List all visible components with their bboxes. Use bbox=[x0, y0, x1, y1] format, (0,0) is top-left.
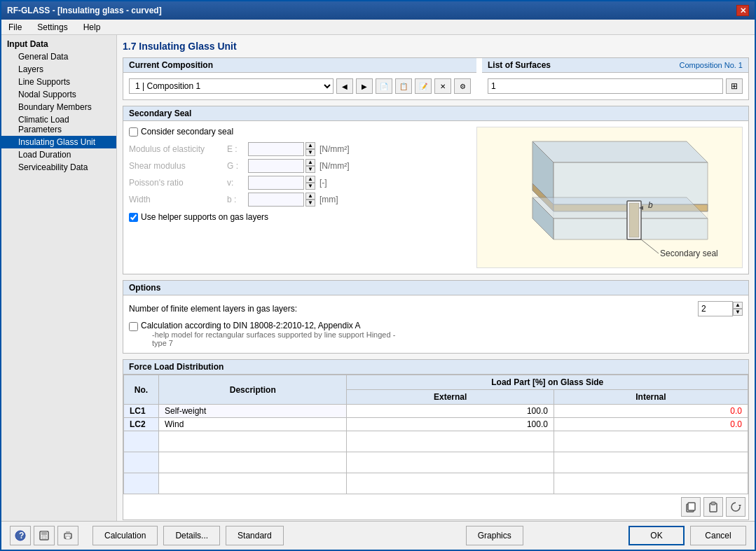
composition-select[interactable]: 1 | Composition 1 bbox=[129, 78, 334, 94]
width-down-btn[interactable]: ▼ bbox=[305, 200, 315, 207]
sidebar-item-boundary-members[interactable]: Boundary Members bbox=[1, 101, 116, 113]
svg-text:Secondary seal: Secondary seal bbox=[660, 249, 718, 258]
footer-right: OK Cancel bbox=[628, 526, 746, 545]
paste-icon bbox=[708, 501, 719, 512]
lc1-cell: LC1 bbox=[124, 405, 159, 418]
compose-delete-btn[interactable]: ✕ bbox=[434, 78, 451, 94]
shear-row: Shear modulus G : ▲ ▼ [N/mm²] bbox=[129, 159, 471, 173]
svg-marker-1 bbox=[532, 141, 708, 162]
cancel-button[interactable]: Cancel bbox=[690, 526, 746, 545]
compose-edit-btn[interactable]: 📝 bbox=[415, 78, 432, 94]
fe-layers-input[interactable] bbox=[698, 301, 733, 316]
width-symbol: b : bbox=[227, 195, 248, 204]
fe-down-btn[interactable]: ▼ bbox=[733, 309, 743, 316]
compose-new-btn[interactable]: 📄 bbox=[376, 78, 392, 94]
fe-up-btn[interactable]: ▲ bbox=[733, 302, 743, 309]
compose-prev-btn[interactable]: ◀ bbox=[336, 78, 353, 94]
table-icon-btn3[interactable] bbox=[726, 497, 745, 517]
calc-note-text: Calculation according to DIN 18008-2:201… bbox=[141, 321, 395, 347]
sidebar-item-general-data[interactable]: General Data bbox=[1, 50, 116, 63]
fe-layers-row: Number of finite element layers in gas l… bbox=[129, 301, 743, 316]
svg-rect-18 bbox=[688, 503, 695, 510]
col-internal: Internal bbox=[554, 390, 748, 405]
col-load-part: Load Part [%] on Glass Side bbox=[347, 375, 748, 390]
main-window: RF-GLASS - [Insulating glass - curved] ✕… bbox=[0, 0, 756, 551]
elasticity-input[interactable] bbox=[248, 142, 304, 156]
sidebar-item-insulating-glass[interactable]: Insulating Glass Unit bbox=[1, 136, 116, 148]
compose-table-btn[interactable]: ⚙ bbox=[454, 78, 471, 94]
menu-help[interactable]: Help bbox=[79, 21, 105, 34]
surfaces-row: ⊞ bbox=[488, 78, 743, 94]
secondary-seal-header: Secondary Seal bbox=[123, 106, 748, 121]
col-desc: Description bbox=[159, 375, 347, 405]
shear-input[interactable] bbox=[248, 159, 304, 173]
composition-row: 1 | Composition 1 ◀ ▶ 📄 📋 📝 ✕ ⚙ bbox=[129, 78, 471, 94]
sidebar-item-layers[interactable]: Layers bbox=[1, 63, 116, 76]
compose-copy-btn[interactable]: 📋 bbox=[395, 78, 412, 94]
shear-input-group: ▲ ▼ [N/mm²] bbox=[248, 159, 350, 173]
lc2-external: 100.0 bbox=[347, 418, 554, 431]
composition-body: 1 | Composition 1 ◀ ▶ 📄 📋 📝 ✕ ⚙ bbox=[123, 73, 476, 99]
footer-print-btn[interactable] bbox=[57, 526, 78, 545]
help-icon: ? bbox=[15, 530, 26, 541]
calc-note-detail: -help model for rectangular surfaces sup… bbox=[141, 330, 395, 347]
print-icon bbox=[62, 530, 74, 541]
menu-file[interactable]: File bbox=[4, 21, 26, 34]
width-input[interactable] bbox=[248, 193, 304, 207]
col-no: No. bbox=[124, 375, 159, 405]
options-body: Number of finite element layers in gas l… bbox=[123, 295, 748, 353]
footer-save-btn[interactable] bbox=[34, 526, 55, 545]
lc2-internal: 0.0 bbox=[554, 418, 748, 431]
compose-next-btn[interactable]: ▶ bbox=[356, 78, 373, 94]
save-icon bbox=[39, 530, 50, 541]
elasticity-down-btn[interactable]: ▼ bbox=[305, 149, 315, 156]
glass-image-panel: b Secondary seal bbox=[476, 127, 743, 268]
width-up-btn[interactable]: ▲ bbox=[305, 193, 315, 200]
poisson-input-group: ▲ ▼ [-] bbox=[248, 176, 327, 190]
calculation-button[interactable]: Calculation bbox=[92, 526, 158, 545]
poisson-symbol: v: bbox=[227, 178, 248, 188]
shear-down-btn[interactable]: ▼ bbox=[305, 166, 315, 173]
force-load-header: Force Load Distribution bbox=[123, 360, 748, 375]
calc-note-checkbox[interactable] bbox=[129, 322, 138, 331]
secondary-seal-body: Consider secondary seal Modulus of elast… bbox=[123, 121, 748, 274]
sidebar-item-serviceability[interactable]: Serviceability Data bbox=[1, 161, 116, 174]
details-button[interactable]: Details... bbox=[163, 526, 220, 545]
table-icon-btn1[interactable] bbox=[681, 497, 701, 517]
close-button[interactable]: ✕ bbox=[736, 5, 749, 16]
standard-button[interactable]: Standard bbox=[226, 526, 284, 545]
shear-up-btn[interactable]: ▲ bbox=[305, 159, 315, 166]
graphics-button[interactable]: Graphics bbox=[466, 526, 523, 545]
poisson-input[interactable] bbox=[248, 176, 304, 190]
sidebar-item-nodal-supports[interactable]: Nodal Supports bbox=[1, 88, 116, 101]
menu-settings[interactable]: Settings bbox=[33, 21, 71, 34]
force-table: No. Description Load Part [%] on Glass S… bbox=[123, 375, 748, 494]
svg-rect-20 bbox=[711, 502, 715, 505]
reset-icon bbox=[730, 501, 741, 512]
sidebar: Input Data General Data Layers Line Supp… bbox=[1, 35, 117, 521]
shear-unit: [N/mm²] bbox=[319, 161, 350, 171]
composition-panel: Current Composition 1 | Composition 1 ◀ … bbox=[123, 57, 749, 100]
poisson-down-btn[interactable]: ▼ bbox=[305, 183, 315, 190]
elasticity-up-btn[interactable]: ▲ bbox=[305, 142, 315, 149]
table-icon-btn2[interactable] bbox=[703, 497, 723, 517]
sidebar-item-climatic-load[interactable]: Climatic Load Parameters bbox=[1, 113, 116, 136]
footer: ? Calculation Details... Standard Graphi… bbox=[1, 521, 755, 550]
lc1-desc: Self-weight bbox=[159, 405, 347, 418]
table-row-empty3 bbox=[124, 473, 748, 494]
options-header: Options bbox=[123, 281, 748, 295]
sidebar-item-load-duration[interactable]: Load Duration bbox=[1, 148, 116, 161]
footer-help-btn[interactable]: ? bbox=[10, 526, 31, 545]
empty-desc bbox=[159, 431, 347, 452]
helper-supports-row: Use helper supports on gas layers bbox=[129, 212, 471, 222]
poisson-up-btn[interactable]: ▲ bbox=[305, 176, 315, 183]
secondary-seal-left: Consider secondary seal Modulus of elast… bbox=[129, 127, 471, 268]
helper-supports-checkbox[interactable] bbox=[129, 213, 138, 222]
poisson-row: Poisson's ratio v: ▲ ▼ [-] bbox=[129, 176, 471, 190]
surfaces-picker-btn[interactable]: ⊞ bbox=[726, 78, 743, 94]
consider-seal-checkbox[interactable] bbox=[129, 127, 138, 137]
main-content: Input Data General Data Layers Line Supp… bbox=[1, 35, 755, 521]
surfaces-input[interactable] bbox=[488, 78, 723, 94]
sidebar-item-line-supports[interactable]: Line Supports bbox=[1, 76, 116, 88]
ok-button[interactable]: OK bbox=[628, 526, 685, 545]
